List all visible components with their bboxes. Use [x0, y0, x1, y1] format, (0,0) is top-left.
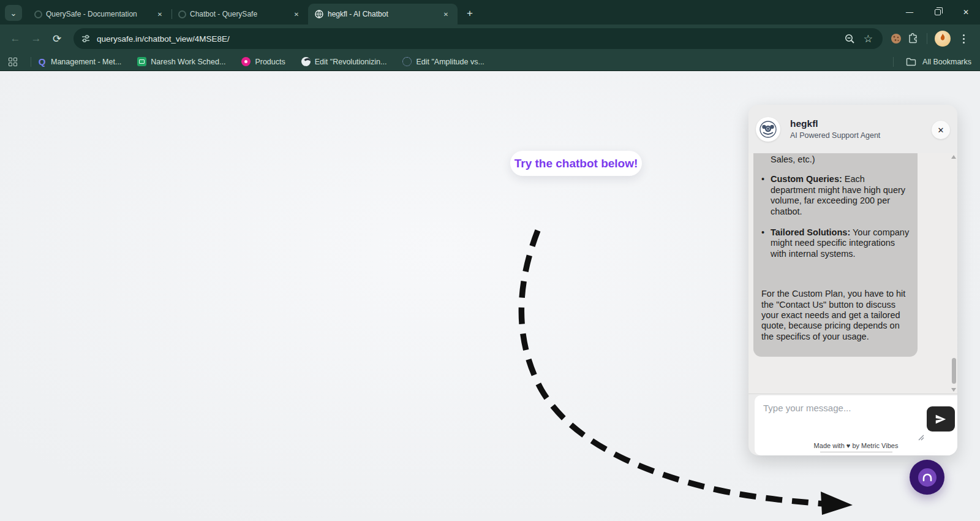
- folder-icon: [906, 58, 916, 66]
- forward-button[interactable]: →: [27, 29, 45, 48]
- cookie-icon[interactable]: [890, 32, 902, 45]
- globe-favicon-icon: [314, 9, 324, 19]
- message-bullet: Custom Queries: Each department might ha…: [761, 174, 910, 217]
- bookmark-label: Naresh Work Sched...: [151, 58, 225, 66]
- resize-grip-icon[interactable]: [917, 432, 924, 439]
- close-tab-icon[interactable]: ✕: [291, 9, 302, 20]
- message-bullet: Tailored Solutions: Your company might n…: [761, 227, 910, 259]
- zoom-out-page-icon[interactable]: [844, 33, 855, 44]
- message-paragraph: For the Custom Plan, you have to hit the…: [761, 289, 910, 342]
- scroll-down-icon[interactable]: [951, 388, 956, 392]
- tab-favicon: [34, 10, 42, 18]
- all-bookmarks[interactable]: All Bookmarks: [887, 57, 971, 67]
- tab-strip: ⌄ QuerySafe - Documentation ✕ Chatbot - …: [0, 0, 980, 25]
- browser-window: ⌄ QuerySafe - Documentation ✕ Chatbot - …: [0, 0, 980, 521]
- robot-icon: [760, 121, 777, 138]
- bookmark-star-icon[interactable]: ☆: [864, 32, 873, 45]
- scroll-up-icon[interactable]: [951, 155, 956, 159]
- chat-input-card: Made with ♥ by Metric Vibes: [755, 395, 957, 455]
- site-settings-icon[interactable]: [81, 34, 91, 44]
- bookmark-globe-icon: [301, 57, 311, 66]
- tab-search-button[interactable]: ⌄: [5, 5, 22, 21]
- message-bullet-list: Custom Queries: Each department might ha…: [761, 174, 910, 259]
- callout-text: Try the chatbot below!: [514, 157, 638, 170]
- toolbar-divider: [927, 33, 927, 44]
- bullet-lead: Custom Queries:: [771, 174, 842, 184]
- bookmark-label: Edit "Amplitude vs...: [416, 58, 484, 66]
- bookmark-products[interactable]: Products: [241, 57, 285, 66]
- tab-favicon: [178, 10, 186, 18]
- extensions-puzzle-icon[interactable]: [907, 32, 919, 45]
- bookmarks-bar: Q Management - Met... Naresh Work Sched.…: [0, 53, 980, 71]
- window-controls: — ✕: [895, 0, 980, 25]
- bookmark-sheet-icon: [137, 57, 146, 66]
- headset-icon: [922, 473, 933, 482]
- minimize-button[interactable]: —: [895, 0, 924, 25]
- all-bookmarks-label: All Bookmarks: [922, 58, 971, 66]
- chat-header: hegkfl AI Powered Support Agent ✕: [748, 105, 957, 153]
- chat-footer-text[interactable]: Made with ♥ by Metric Vibes: [755, 442, 957, 449]
- chat-fab-inner: [918, 468, 937, 487]
- chat-fab-button[interactable]: [910, 460, 944, 495]
- tab-chatbot-querysafe[interactable]: Chatbot - QuerySafe ✕: [172, 4, 308, 25]
- restore-button[interactable]: [924, 0, 952, 25]
- reload-button[interactable]: ⟳: [48, 29, 66, 48]
- tab-title: QuerySafe - Documentation: [46, 10, 151, 18]
- send-icon: [934, 413, 948, 426]
- restore-icon: [935, 9, 941, 15]
- messages-scrollbar[interactable]: [951, 154, 957, 392]
- scrollbar-thumb[interactable]: [952, 358, 956, 384]
- bot-avatar: [756, 117, 780, 142]
- bookmark-edit-revolutionizing[interactable]: Edit "Revolutionizin...: [301, 57, 387, 66]
- chat-messages-area[interactable]: Sales, etc.) Custom Queries: Each depart…: [748, 153, 957, 394]
- bookmark-label: Management - Met...: [51, 58, 121, 66]
- apps-grid-icon[interactable]: [9, 58, 17, 66]
- bookmark-edit-amplitude[interactable]: Edit "Amplitude vs...: [402, 57, 484, 66]
- chat-widget: hegkfl AI Powered Support Agent ✕ Sales,…: [748, 105, 957, 455]
- footer-underline: [820, 452, 892, 452]
- chat-close-button[interactable]: ✕: [932, 121, 950, 139]
- bookmarks-divider: [31, 57, 31, 67]
- bookmark-pink-icon: [241, 57, 251, 66]
- message-input[interactable]: [755, 395, 924, 436]
- address-bar[interactable]: querysafe.in/chatbot_view/4MSE8E/ ☆: [74, 28, 883, 49]
- bookmark-q-icon: Q: [37, 57, 47, 66]
- bookmark-label: Edit "Revolutionizin...: [315, 58, 387, 66]
- bookmark-dotted-icon: [402, 57, 412, 66]
- send-button[interactable]: [927, 406, 955, 432]
- profile-avatar[interactable]: [935, 31, 951, 47]
- toolbar-right: [888, 31, 974, 47]
- browser-menu-icon[interactable]: [956, 34, 971, 44]
- chevron-down-icon: ⌄: [10, 9, 17, 18]
- tab-hegkfl-ai-chatbot[interactable]: hegkfl - AI Chatbot ✕: [308, 4, 458, 25]
- chat-header-text: hegkfl AI Powered Support Agent: [790, 118, 880, 140]
- bullet-lead: Tailored Solutions:: [771, 227, 850, 237]
- back-button[interactable]: ←: [6, 29, 24, 48]
- browser-toolbar: ← → ⟳ querysafe.in/chatbot_view/4MSE8E/ …: [0, 25, 980, 53]
- new-tab-button[interactable]: +: [461, 5, 478, 22]
- chat-title: hegkfl: [790, 118, 880, 129]
- tab-title: hegkfl - AI Chatbot: [328, 10, 437, 18]
- bookmark-naresh-work-sched[interactable]: Naresh Work Sched...: [137, 57, 225, 66]
- close-window-button[interactable]: ✕: [952, 0, 980, 25]
- message-fragment: Sales, etc.): [761, 153, 910, 165]
- bot-message-bubble: Sales, etc.) Custom Queries: Each depart…: [753, 153, 918, 357]
- close-tab-icon[interactable]: ✕: [440, 9, 451, 20]
- chat-subtitle: AI Powered Support Agent: [790, 131, 880, 140]
- callout-pill: Try the chatbot below!: [510, 151, 642, 176]
- close-tab-icon[interactable]: ✕: [154, 9, 165, 20]
- bookmark-management[interactable]: Q Management - Met...: [37, 57, 121, 66]
- tab-title: Chatbot - QuerySafe: [190, 10, 287, 18]
- tab-querysafe-documentation[interactable]: QuerySafe - Documentation ✕: [28, 4, 172, 25]
- tabs-container: QuerySafe - Documentation ✕ Chatbot - Qu…: [0, 0, 478, 25]
- bookmarks-divider: [893, 57, 894, 67]
- page-content: Try the chatbot below! hegkfl: [0, 71, 980, 521]
- bookmark-label: Products: [255, 58, 285, 66]
- url-text[interactable]: querysafe.in/chatbot_view/4MSE8E/: [97, 34, 844, 44]
- omnibox-actions: ☆: [844, 32, 875, 45]
